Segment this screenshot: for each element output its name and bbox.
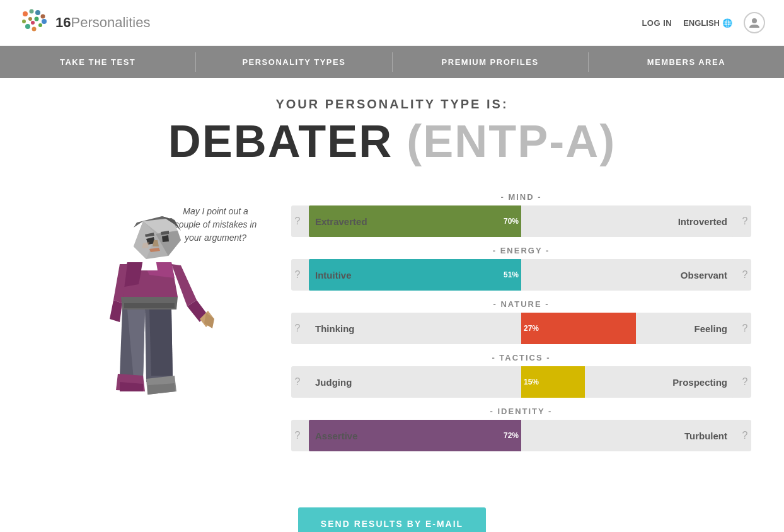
trait-percent-0: 70%	[504, 217, 519, 226]
svg-marker-34	[149, 309, 173, 376]
trait-row-2: ?ThinkingFeeling27%?	[291, 313, 751, 344]
trait-bar-1: IntuitiveObservant51%	[309, 259, 734, 291]
trait-section-2: - NATURE -?ThinkingFeeling27%?	[291, 299, 751, 344]
send-results-button[interactable]: SEND RESULTS BY E-MAIL	[298, 507, 486, 532]
svg-point-1	[30, 9, 34, 14]
trait-help-right-0[interactable]: ?	[739, 216, 751, 227]
site-header: 16Personalities LOG IN ENGLISH 🌐	[0, 0, 784, 46]
svg-point-12	[752, 18, 757, 23]
svg-point-7	[38, 23, 42, 27]
trait-category-0: - MIND -	[291, 192, 751, 202]
personality-header: YOUR PERSONALITY TYPE IS: DEBATER (ENTP-…	[33, 97, 751, 167]
character-figure	[45, 196, 247, 489]
trait-help-left-2[interactable]: ?	[291, 323, 304, 334]
user-icon	[749, 17, 760, 28]
trait-help-right-4[interactable]: ?	[739, 430, 751, 441]
svg-point-11	[31, 21, 35, 25]
trait-row-0: ?ExtravertedIntroverted70%?	[291, 205, 751, 237]
trait-help-left-0[interactable]: ?	[291, 216, 304, 227]
main-nav: TAKE THE TEST PERSONALITY TYPES PREMIUM …	[0, 46, 784, 78]
trait-right-label-3: Prospecting	[672, 377, 727, 388]
svg-point-2	[35, 10, 40, 15]
trait-right-label-0: Introverted	[678, 216, 727, 227]
trait-left-label-2: Thinking	[315, 323, 355, 334]
svg-point-5	[25, 24, 30, 29]
result-subtitle: YOUR PERSONALITY TYPE IS:	[33, 97, 751, 112]
globe-icon: 🌐	[722, 18, 732, 28]
trait-section-1: - ENERGY -?IntuitiveObservant51%?	[291, 246, 751, 291]
trait-category-1: - ENERGY -	[291, 246, 751, 255]
trait-left-label-4: Assertive	[315, 431, 358, 441]
trait-section-4: - IDENTITY -?AssertiveTurbulent72%?	[291, 407, 751, 451]
trait-bar-3: JudgingProspecting15%	[309, 366, 734, 398]
personality-code: (ENTP-A)	[406, 116, 616, 166]
svg-point-8	[42, 19, 47, 24]
svg-point-3	[41, 14, 45, 19]
logo-area[interactable]: 16Personalities	[19, 8, 150, 38]
trait-section-3: - TACTICS -?JudgingProspecting15%?	[291, 353, 751, 398]
trait-section-0: - MIND -?ExtravertedIntroverted70%?	[291, 192, 751, 237]
trait-right-label-1: Observant	[681, 270, 727, 280]
main-content: YOUR PERSONALITY TYPE IS: DEBATER (ENTP-…	[20, 78, 764, 532]
trait-right-label-2: Feeling	[694, 323, 727, 334]
svg-marker-38	[148, 383, 175, 395]
trait-category-4: - IDENTITY -	[291, 407, 751, 416]
language-selector[interactable]: ENGLISH 🌐	[683, 18, 732, 28]
character-area: May I point out a couple of mistakes in …	[33, 186, 272, 489]
trait-help-right-3[interactable]: ?	[739, 376, 751, 388]
nav-members-area[interactable]: MEMBERS AREA	[589, 46, 784, 78]
trait-category-3: - TACTICS -	[291, 353, 751, 362]
trait-right-label-4: Turbulent	[684, 431, 727, 441]
trait-bar-fill-3: 15%	[521, 366, 585, 398]
svg-marker-30	[124, 303, 175, 308]
trait-percent-3: 15%	[524, 378, 539, 386]
trait-row-4: ?AssertiveTurbulent72%?	[291, 420, 751, 451]
trait-bar-fill-2: 27%	[521, 313, 636, 344]
trait-percent-1: 51%	[504, 270, 519, 279]
trait-left-label-1: Intuitive	[315, 270, 352, 280]
result-title: DEBATER (ENTP-A)	[33, 115, 751, 167]
user-avatar-button[interactable]	[744, 12, 765, 33]
svg-point-0	[23, 11, 28, 16]
trait-category-2: - NATURE -	[291, 299, 751, 309]
trait-bar-2: ThinkingFeeling27%	[309, 313, 734, 344]
svg-marker-23	[110, 300, 122, 322]
trait-help-left-4[interactable]: ?	[291, 430, 304, 441]
login-button[interactable]: LOG IN	[642, 18, 672, 28]
header-actions: LOG IN ENGLISH 🌐	[642, 12, 765, 33]
trait-help-right-1[interactable]: ?	[739, 269, 751, 280]
send-btn-area: SEND RESULTS BY E-MAIL	[33, 507, 751, 532]
svg-point-6	[32, 27, 37, 32]
trait-bar-4: AssertiveTurbulent72%	[309, 420, 734, 451]
trait-help-right-2[interactable]: ?	[739, 323, 751, 334]
traits-area: - MIND -?ExtravertedIntroverted70%?- ENE…	[291, 192, 751, 456]
trait-bar-0: ExtravertedIntroverted70%	[309, 205, 734, 237]
svg-marker-28	[141, 259, 158, 270]
personality-name: DEBATER	[168, 116, 393, 166]
svg-point-10	[35, 17, 39, 21]
trait-percent-4: 72%	[504, 431, 519, 440]
character-svg	[45, 196, 247, 486]
logo-icon	[19, 8, 49, 38]
svg-point-4	[22, 20, 26, 23]
svg-point-9	[28, 17, 32, 21]
trait-left-label-3: Judging	[315, 377, 352, 388]
trait-row-3: ?JudgingProspecting15%?	[291, 366, 751, 398]
content-area: May I point out a couple of mistakes in …	[33, 186, 751, 489]
trait-percent-2: 27%	[524, 324, 539, 333]
nav-premium-profiles[interactable]: PREMIUM PROFILES	[393, 46, 588, 78]
trait-row-1: ?IntuitiveObservant51%?	[291, 259, 751, 291]
nav-take-test[interactable]: TAKE THE TEST	[0, 46, 195, 78]
nav-personality-types[interactable]: PERSONALITY TYPES	[196, 46, 391, 78]
site-name: 16Personalities	[55, 14, 150, 31]
trait-help-left-3[interactable]: ?	[291, 376, 304, 388]
trait-help-left-1[interactable]: ?	[291, 269, 304, 280]
trait-left-label-0: Extraverted	[315, 216, 367, 227]
